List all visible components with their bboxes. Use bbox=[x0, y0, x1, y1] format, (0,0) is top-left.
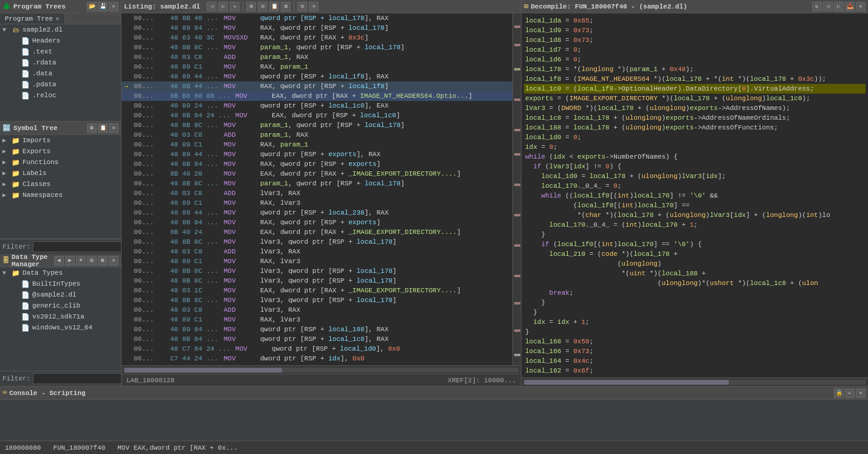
code-line-11[interactable]: local_188 = local_178 + (ulonglong)expor… bbox=[524, 123, 866, 132]
listing-row-18[interactable]: 00... 48 03 C8 ADD lVar3, RAX bbox=[122, 188, 512, 198]
code-line-3[interactable]: local_1d7 = 0; bbox=[524, 45, 866, 55]
code-line-9[interactable]: lVar3 = (DWORD *)(local_178 + (ulonglong… bbox=[524, 103, 866, 113]
listing-row-10[interactable]: 00... 48 8B 84 24 ... MOV EAX, dword ptr… bbox=[122, 111, 512, 120]
listing-cursor-btn[interactable]: ↖ bbox=[230, 2, 239, 12]
code-line-15[interactable]: if (lVar3[idx] != 0) { bbox=[524, 162, 866, 171]
listing-row-16[interactable]: 00... 8B 40 20 MOV EAX, dword ptr [RAX +… bbox=[122, 169, 512, 179]
code-line-29[interactable]: } bbox=[524, 298, 866, 308]
listing-row-14[interactable]: 00... 48 89 44 ... MOV qword ptr [RSP + … bbox=[122, 150, 512, 159]
decompile-btn3[interactable]: ▷ bbox=[834, 2, 844, 12]
console-edit-btn[interactable]: ✏ bbox=[845, 388, 855, 398]
listing-row-4[interactable]: 00... 48 03 C8 ADD param_1, RAX bbox=[122, 52, 512, 62]
listing-row-6[interactable]: 00... 48 89 44 ... MOV qword ptr [RSP + … bbox=[122, 72, 512, 81]
listing-row-5[interactable]: 00... 48 89 C1 MOV RAX, param_1 bbox=[122, 62, 512, 72]
code-line-24[interactable]: local_210 = (code *)(local_178 + bbox=[524, 249, 866, 259]
listing-row-2[interactable]: 00... 48 63 40 3C MOVSXD RAX, dword ptr … bbox=[122, 33, 512, 43]
listing-hscroll[interactable] bbox=[122, 365, 521, 374]
tree-item-datatypes[interactable]: ▼ 📁 Data Types bbox=[0, 267, 121, 278]
code-line-1[interactable]: local_1d9 = 0x73; bbox=[524, 26, 866, 35]
decompile-btn2[interactable]: ◁ bbox=[823, 2, 833, 12]
listing-row-25[interactable]: 00... 48 89 C1 MOV RAX, lVar3 bbox=[122, 256, 512, 266]
tree-item-root[interactable]: ▼ 🗁 sample2.dl bbox=[0, 24, 121, 35]
listing-row-0[interactable]: 00... 48 8B 40 ... MOV qword ptr [RSP + … bbox=[122, 13, 512, 23]
toggle-classes[interactable]: ▶ bbox=[2, 181, 11, 188]
tree-item-exports[interactable]: ▶ 📁 Exports bbox=[0, 146, 121, 157]
code-line-36[interactable]: local_162 = 0x6f; bbox=[524, 366, 866, 376]
tree-item-namespaces[interactable]: ▶ 📁 Namespaces bbox=[0, 190, 121, 201]
tree-item-functions[interactable]: ▶ 📁 Functions bbox=[0, 157, 121, 168]
listing-main[interactable]: 00... 48 8B 40 ... MOV qword ptr [RSP + … bbox=[122, 13, 512, 365]
listing-row-26[interactable]: 00... 48 8B 8C ... MOV lVar3, qword ptr … bbox=[122, 266, 512, 276]
listing-row-20[interactable]: 00... 48 89 44 ... MOV qword ptr [RSP + … bbox=[122, 208, 512, 218]
console-lock-btn[interactable]: 🔒 bbox=[834, 388, 844, 398]
tree-item-classes[interactable]: ▶ 📁 Classes bbox=[0, 179, 121, 190]
tree-item-data[interactable]: 📄 .data bbox=[0, 68, 121, 79]
toggle-imports[interactable]: ▶ bbox=[2, 137, 11, 144]
tree-item-headers[interactable]: 📄 Headers bbox=[0, 35, 121, 46]
code-line-27[interactable]: (ulonglong)*(ushort *)(local_1c8 + (ulon bbox=[524, 278, 866, 288]
dtm-btn1[interactable]: ◀ bbox=[54, 256, 64, 266]
code-line-28[interactable]: break; bbox=[524, 288, 866, 298]
listing-row-30[interactable]: 00... 48 03 C8 ADD lVar3, RAX bbox=[122, 305, 512, 315]
dtm-btn3[interactable]: + bbox=[76, 256, 86, 266]
dtm-btn2[interactable]: ▶ bbox=[65, 256, 75, 266]
tree-item-rdata[interactable]: 📄 .rdata bbox=[0, 57, 121, 68]
decompile-content[interactable]: local_1da = 0x65; local_1d9 = 0x73; loca… bbox=[522, 13, 868, 377]
tree-item-generic-clib[interactable]: 📄 generic_clib bbox=[0, 300, 121, 311]
listing-row-23[interactable]: 00... 48 8B 8C ... MOV lVar3, qword ptr … bbox=[122, 237, 512, 247]
toggle-functions[interactable]: ▶ bbox=[2, 159, 11, 166]
program-tree-tab[interactable]: Program Tree ✕ bbox=[0, 13, 65, 24]
listing-btn3[interactable]: ⊞ bbox=[246, 2, 256, 12]
listing-row-33[interactable]: 00... 48 8B 84 ... MOV qword ptr [RSP + … bbox=[122, 334, 512, 344]
code-line-2[interactable]: local_1d8 = 0x73; bbox=[524, 35, 866, 45]
listing-row-24[interactable]: 00... 48 03 C8 ADD lVar3, RAX bbox=[122, 247, 512, 256]
console-close-btn[interactable]: ✕ bbox=[856, 388, 866, 398]
listing-btn4[interactable]: ⊟ bbox=[258, 2, 267, 12]
listing-row-9[interactable]: 00... 48 89 24 ... MOV qword ptr [RSP + … bbox=[122, 101, 512, 111]
decompile-export-btn[interactable]: 📤 bbox=[845, 2, 855, 12]
code-line-4[interactable]: local_1d6 = 0; bbox=[524, 55, 866, 64]
tree-item-text[interactable]: 📄 .text bbox=[0, 46, 121, 57]
dtm-btn4[interactable]: ⊡ bbox=[87, 256, 97, 266]
listing-btn5[interactable]: 📋 bbox=[269, 2, 279, 12]
dtm-close[interactable]: ✕ bbox=[109, 256, 119, 266]
code-line-17[interactable]: local_170._0_4_ = 0; bbox=[524, 181, 866, 191]
tree-toggle-root[interactable]: ▼ bbox=[2, 27, 11, 33]
code-line-8[interactable]: exports = (IMAGE_EXPORT_DIRECTORY *)(loc… bbox=[524, 94, 866, 103]
code-line-14[interactable]: while (idx < exports->NumberOfNames) { bbox=[524, 152, 866, 162]
code-line-21[interactable]: local_170._0_4_ = (int)local_170 + 1; bbox=[524, 220, 866, 230]
decompile-close[interactable]: ✕ bbox=[856, 2, 866, 12]
listing-row-31[interactable]: 00... 48 89 C1 MOV RAX, lVar3 bbox=[122, 315, 512, 325]
toggle-exports[interactable]: ▶ bbox=[2, 148, 11, 155]
decompile-refresh-btn[interactable]: ↻ bbox=[812, 2, 822, 12]
code-line-20[interactable]: *(char *)(local_178 + (ulonglong)lVar3[i… bbox=[524, 210, 866, 220]
program-trees-save-btn[interactable]: 💾 bbox=[98, 2, 108, 12]
listing-row-27[interactable]: 00... 48 8B 8C ... MOV lVar3, qword ptr … bbox=[122, 276, 512, 286]
code-line-0[interactable]: local_1da = 0x65; bbox=[524, 16, 866, 26]
listing-row-34[interactable]: 00... 48 C7 84 24 ... MOV qword ptr [RSP… bbox=[122, 344, 512, 354]
program-trees-close-btn[interactable]: ✕ bbox=[109, 2, 119, 12]
code-line-10[interactable]: local_1c8 = local_178 + (ulonglong)expor… bbox=[524, 113, 866, 123]
listing-mini-scrollbar[interactable] bbox=[512, 13, 521, 365]
listing-btn6[interactable]: ⊠ bbox=[281, 2, 291, 12]
listing-row-21[interactable]: 00... 48 8B 84 ... MOV RAX, qword ptr [R… bbox=[122, 218, 512, 227]
symbol-tree-btn2[interactable]: 📋 bbox=[98, 123, 108, 133]
code-line-7[interactable]: local_1c0 = (local_1f8->OptionalHeader).… bbox=[524, 84, 866, 94]
tree-item-sample2dl[interactable]: 📄 @sample2.dl bbox=[0, 289, 121, 300]
code-line-23[interactable]: if (local_1f0[(int)local_170] == '\0') { bbox=[524, 239, 866, 249]
code-line-34[interactable]: local_166 = 0x73; bbox=[524, 346, 866, 356]
tree-item-pdata[interactable]: 📄 .pdata bbox=[0, 79, 121, 90]
code-line-22[interactable]: } bbox=[524, 230, 866, 239]
listing-row-1[interactable]: 00... 48 89 84 ... MOV RAX, qword ptr [R… bbox=[122, 23, 512, 33]
code-line-31[interactable]: idx = idx + 1; bbox=[524, 317, 866, 327]
listing-row-29[interactable]: 00... 48 8B 8C ... MOV lVar3, qword ptr … bbox=[122, 295, 512, 305]
listing-row-11[interactable]: 00... 48 8B 8C ... MOV param_1, qword pt… bbox=[122, 120, 512, 130]
code-line-26[interactable]: *(uint *)(local_188 + bbox=[524, 269, 866, 278]
code-line-5[interactable]: local_178 = *(longlong *)(param_1 + 0x48… bbox=[524, 64, 866, 74]
listing-btn1[interactable]: ◁ bbox=[207, 2, 216, 12]
code-line-33[interactable]: local_168 = 0x50; bbox=[524, 337, 866, 346]
listing-row-17[interactable]: 00... 48 8B 8C ... MOV param_1, qword pt… bbox=[122, 179, 512, 188]
program-tree-tab-close[interactable]: ✕ bbox=[55, 15, 60, 22]
symbol-tree-btn1[interactable]: ⊕ bbox=[87, 123, 97, 133]
listing-row-19[interactable]: 00... 48 89 C1 MOV RAX, lVar3 bbox=[122, 198, 512, 208]
